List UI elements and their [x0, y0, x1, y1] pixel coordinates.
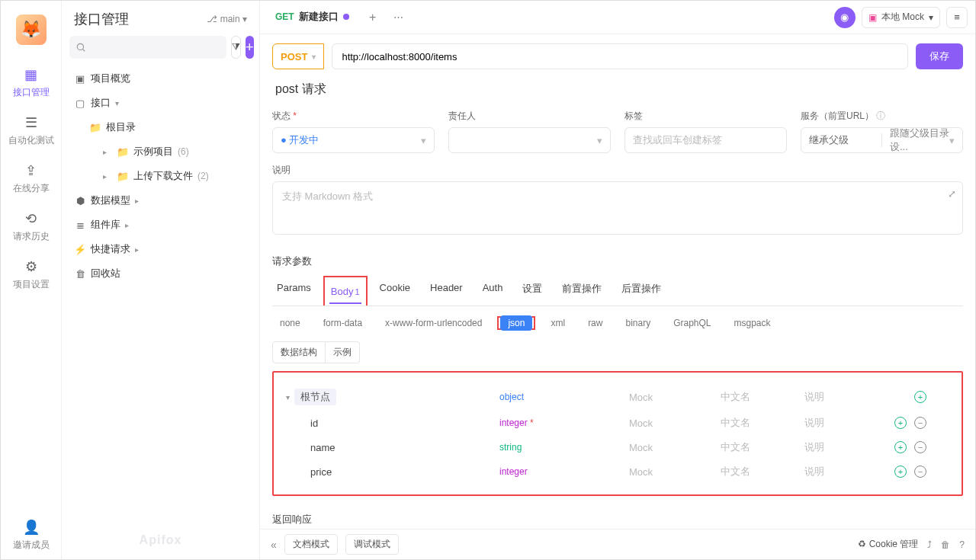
expand-icon[interactable]: ⤢	[948, 188, 956, 200]
remove-field-button[interactable]: −	[914, 417, 926, 429]
rail-invite[interactable]: 👤邀请成员	[1, 511, 61, 559]
status-selector[interactable]: ● 开发中▾	[272, 127, 435, 153]
sidebar-search-input[interactable]	[69, 36, 226, 59]
tab-header[interactable]: Header	[429, 276, 464, 306]
struct-tab-schema[interactable]: 数据结构	[272, 341, 326, 363]
description-textarea[interactable]: 支持 Markdown 格式 ⤢	[272, 181, 963, 235]
remove-field-button[interactable]: −	[914, 441, 926, 453]
status-label: 状态 *	[272, 110, 435, 123]
add-api-button[interactable]: +	[246, 36, 254, 59]
body-type-json[interactable]: json	[500, 315, 532, 331]
schema-row-price[interactable]: price integer Mock 中文名 说明 +−	[283, 459, 952, 484]
schema-row-root[interactable]: ▾根节点 object Mock 中文名 说明 +	[283, 383, 952, 411]
nav-rail: 🦊 ▦接口管理 ☰自动化测试 ⇪在线分享 ⟲请求历史 ⚙项目设置 👤邀请成员	[1, 1, 62, 559]
rail-history[interactable]: ⟲请求历史	[1, 203, 61, 251]
tab-auth[interactable]: Auth	[481, 276, 505, 306]
collapse-button[interactable]: «	[271, 539, 277, 551]
main-pane: GET 新建接口 + ⋯ ◉ ▣本地 Mock▾ ≡ POST▾ 保存 post…	[260, 1, 975, 559]
body-type-graphql[interactable]: GraphQL	[669, 315, 715, 331]
service-follow-selector[interactable]: 跟随父级目录设...▾	[882, 126, 962, 154]
remove-field-button[interactable]: −	[914, 466, 926, 478]
add-field-button[interactable]: +	[894, 441, 907, 453]
unsaved-dot-icon	[343, 14, 349, 20]
upload-icon[interactable]: ⤴	[927, 539, 932, 550]
schema-row-name[interactable]: name string Mock 中文名 说明 +−	[283, 435, 952, 459]
add-field-button[interactable]: +	[894, 466, 907, 478]
branch-selector[interactable]: ⎇ main ▾	[207, 14, 247, 24]
struct-tab-example[interactable]: 示例	[326, 341, 360, 363]
tab-params[interactable]: Params	[275, 276, 313, 306]
chevron-down-icon: ▾	[949, 135, 955, 146]
doc-mode-button[interactable]: 文档模式	[284, 534, 338, 555]
tab-more-button[interactable]: ⋯	[389, 8, 409, 27]
trash-icon: 🗑	[74, 268, 86, 280]
tab-body[interactable]: Body1	[329, 280, 361, 303]
new-tab-button[interactable]: +	[363, 8, 383, 27]
method-selector[interactable]: POST▾	[272, 43, 324, 69]
tab-pre-action[interactable]: 前置操作	[560, 276, 603, 306]
tree-data-model[interactable]: ⬢数据模型▸	[69, 188, 252, 213]
settings-icon: ⚙	[1, 258, 61, 275]
body-type-binary[interactable]: binary	[621, 315, 655, 331]
debug-mode-button[interactable]: 调试模式	[345, 534, 399, 555]
api-name-input[interactable]: post 请求	[272, 78, 963, 110]
tab-settings[interactable]: 设置	[521, 276, 544, 306]
trash-icon[interactable]: 🗑	[941, 539, 950, 550]
service-inherit-selector[interactable]: 继承父级	[801, 133, 882, 147]
tree-components[interactable]: ≣组件库▸	[69, 213, 252, 237]
caret-icon[interactable]: ▾	[286, 393, 290, 402]
tree-example-project[interactable]: ▸📁示例项目 (6)	[69, 139, 252, 164]
tree-api-root[interactable]: ▢接口▾	[69, 91, 252, 115]
tree-trash[interactable]: 🗑回收站	[69, 261, 252, 286]
automation-icon: ☰	[1, 114, 61, 131]
tab-post-action[interactable]: 后置操作	[620, 276, 663, 306]
schema-editor: ▾根节点 object Mock 中文名 说明 + id integer * M…	[272, 371, 963, 496]
tree-quick-request[interactable]: ⚡快捷请求▸	[69, 237, 252, 261]
body-type-raw[interactable]: raw	[583, 315, 607, 331]
chevron-down-icon: ▾	[312, 53, 316, 61]
tags-input[interactable]: 查找或回车创建标签	[624, 127, 787, 153]
filter-button[interactable]: ⧩	[231, 36, 241, 59]
folder-icon: 📁	[117, 146, 129, 158]
schema-row-id[interactable]: id integer * Mock 中文名 说明 +−	[283, 411, 952, 435]
sidebar-title: 接口管理	[74, 10, 129, 28]
body-type-formdata[interactable]: form-data	[319, 315, 367, 331]
tree-upload-download[interactable]: ▸📁上传下载文件 (2)	[69, 164, 252, 188]
main-menu-button[interactable]: ≡	[946, 7, 968, 28]
watermark: Apifox	[62, 533, 259, 547]
add-field-button[interactable]: +	[894, 417, 907, 429]
chevron-down-icon: ▾	[421, 135, 426, 146]
add-field-button[interactable]: +	[914, 391, 926, 403]
tab-new-api[interactable]: GET 新建接口	[268, 5, 357, 30]
tab-bar: GET 新建接口 + ⋯ ◉ ▣本地 Mock▾ ≡	[260, 1, 975, 34]
body-type-urlencoded[interactable]: x-www-form-urlencoded	[380, 315, 486, 331]
owner-selector[interactable]: ▾	[448, 127, 611, 153]
tab-cookie[interactable]: Cookie	[378, 276, 412, 306]
chevron-down-icon: ▾	[597, 135, 602, 146]
body-type-none[interactable]: none	[275, 315, 305, 331]
body-type-xml[interactable]: xml	[546, 315, 570, 331]
layers-icon: ≣	[74, 219, 86, 231]
rail-api-mgmt[interactable]: ▦接口管理	[1, 59, 61, 107]
bolt-icon: ⚡	[74, 244, 86, 255]
url-input[interactable]	[332, 43, 908, 69]
body-type-msgpack[interactable]: msgpack	[730, 315, 775, 331]
tree-rootdir[interactable]: 📁根目录	[69, 115, 252, 139]
app-logo: 🦊	[16, 14, 47, 45]
compass-icon: ◉	[840, 11, 849, 23]
cookie-manage-button[interactable]: ♻ Cookie 管理	[858, 538, 918, 551]
help-icon[interactable]: ?	[959, 539, 965, 550]
info-icon: ⓘ	[876, 110, 885, 121]
rail-settings[interactable]: ⚙项目设置	[1, 251, 61, 299]
invite-icon: 👤	[1, 519, 61, 536]
save-button[interactable]: 保存	[916, 43, 963, 69]
folder-icon: 📁	[89, 122, 101, 133]
server-icon: ▣	[868, 12, 877, 23]
environment-selector[interactable]: ▣本地 Mock▾	[862, 7, 940, 28]
tags-label: 标签	[624, 110, 787, 123]
tree-overview[interactable]: ▣项目概览	[69, 66, 252, 91]
rail-share[interactable]: ⇪在线分享	[1, 155, 61, 203]
rail-automation[interactable]: ☰自动化测试	[1, 107, 61, 155]
run-button[interactable]: ◉	[834, 7, 856, 28]
history-icon: ⟲	[1, 210, 61, 227]
